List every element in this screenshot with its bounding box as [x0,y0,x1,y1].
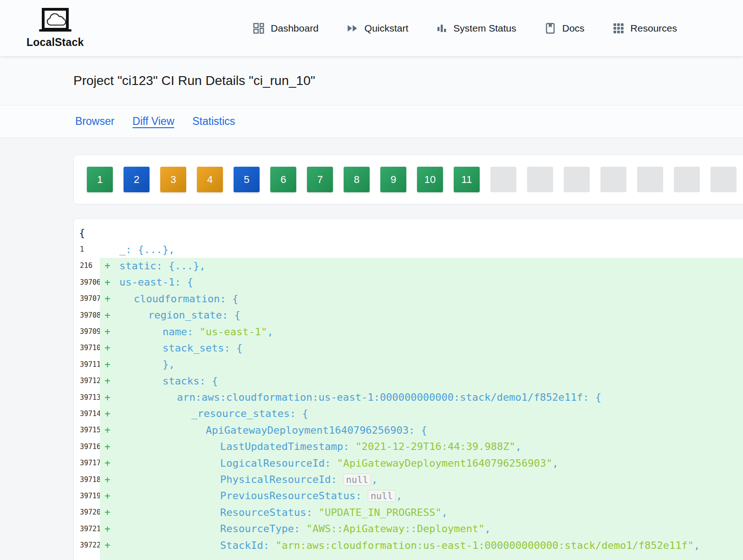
json-string: "UPDATE_IN_PROGRESS" [319,507,442,518]
json-key: ResourceStatus: [220,507,319,518]
json-key: us-east-1: { [119,276,193,288]
run-step-square[interactable]: 4 [197,167,223,192]
line-number: 1 [74,241,100,257]
root-brace: { [79,227,85,239]
diff-line: 39716+LastUpdatedTimestamp: "2021-12-29T… [74,438,743,455]
page-title: Project "ci123" CI Run Details "ci_run_1… [0,73,315,88]
tab-diff-view[interactable]: Diff View [132,115,174,128]
diff-line: 39718+PhysicalResourceId: null, [74,471,743,488]
diff-line: 39717+LogicalResourceId: "ApiGatewayDepl… [74,455,743,471]
json-key: stacks: { [163,375,218,387]
json-key: , [396,490,402,501]
diff-line: 39711+}, [74,356,743,372]
added-marker: + [104,260,111,271]
run-step-square[interactable]: 6 [270,167,296,192]
line-number: 39721 [74,521,100,537]
diff-line-content: +stack_sets: { [100,340,743,356]
run-step-placeholder [710,167,736,192]
tab-statistics[interactable]: Statistics [192,115,235,128]
null-badge: null [368,490,396,502]
json-key: _: {...}, [119,244,175,255]
run-step-placeholder [674,167,700,192]
added-marker: + [104,540,111,551]
run-step-placeholder [637,167,663,192]
json-string: "arn:aws:cloudformation:us-east-1:000000… [275,540,694,551]
tab-browser[interactable]: Browser [75,115,114,128]
line-number: 39720 [74,504,100,521]
dashboard-icon [253,22,265,34]
run-step-square[interactable]: 2 [124,167,150,192]
line-number: 39711 [74,356,100,372]
added-marker: + [104,342,111,353]
diff-line-content: +PreviousResourceStatus: null, [100,488,743,504]
diff-line-content: _: {...}, [100,241,743,257]
json-key: ApiGatewayDeployment1640796256903: { [206,424,427,436]
run-step-square[interactable]: 7 [307,167,333,192]
diff-line-content: +ResourceStatus: "UPDATE_IN_PROGRESS", [100,504,743,521]
run-steps-panel: 1234567891011 [73,155,743,204]
run-step-square[interactable]: 3 [160,167,186,192]
nav-item-docs[interactable]: Docs [544,22,585,34]
line-number: 39712 [74,373,100,389]
top-nav: LocalStack Dashboard Quickstart [0,0,743,56]
json-key: , [515,441,521,452]
diff-line: 1_: {...}, [74,241,743,257]
diff-line-content: +static: {...}, [100,258,743,274]
fast-forward-icon [346,22,358,34]
line-number: 39714 [74,405,100,422]
nav-item-dashboard[interactable]: Dashboard [253,22,319,34]
added-marker: + [104,424,111,436]
line-number: 39713 [74,389,100,405]
localstack-logo[interactable]: LocalStack [26,8,84,49]
run-step-square[interactable]: 11 [454,167,480,192]
line-number: 39706 [74,274,100,290]
line-number: 39715 [74,422,100,438]
json-key: _resource_states: { [191,408,308,419]
line-number: 216 [74,258,100,274]
added-marker: + [104,441,111,452]
diff-line: 216+static: {...}, [74,258,743,274]
diff-line: 39708+region_state: { [74,307,743,323]
run-step-placeholder [600,167,626,192]
diff-line: 39713+arn:aws:cloudformation:us-east-1:0… [74,389,743,405]
diff-line-content: +region_state: { [100,307,743,323]
run-step-square[interactable]: 1 [87,167,113,192]
json-key: name: [163,326,199,338]
added-marker: + [104,310,111,321]
nav-item-quickstart[interactable]: Quickstart [346,22,409,34]
added-marker: + [104,474,111,485]
run-step-placeholder [490,167,516,192]
bar-chart-icon [436,22,447,34]
diff-line-content: +cloudformation: { [100,291,743,307]
json-key: , [552,457,558,469]
json-key: stack_sets: { [163,342,242,354]
added-marker: + [104,523,111,534]
added-marker: + [104,277,111,288]
brand-name: LocalStack [26,36,84,49]
line-number: 39709 [74,323,100,339]
nav-item-label: Resources [631,23,677,34]
nav-item-system-status[interactable]: System Status [436,22,516,34]
diff-filler-line [74,553,743,560]
run-step-square[interactable]: 8 [344,167,370,192]
line-number: 39719 [74,488,100,504]
line-number: 39707 [74,291,100,307]
nav-item-resources[interactable]: Resources [613,22,677,34]
diff-line-content: +}, [100,356,743,372]
run-step-square[interactable]: 10 [417,167,443,192]
run-step-square[interactable]: 5 [234,167,260,192]
json-key: }, [163,358,175,370]
grid-icon [613,22,625,34]
run-step-square[interactable]: 9 [380,167,406,192]
json-string: "AWS::ApiGateway::Deployment" [306,523,484,534]
json-string: "us-east-1" [199,326,267,338]
added-marker: + [104,359,111,370]
diff-line-content: +StackId: "arn:aws:cloudformation:us-eas… [100,537,743,553]
diff-line: 39706+us-east-1: { [74,274,743,290]
json-key: PhysicalResourceId: [220,474,343,485]
diff-line-content: +_resource_states: { [100,405,743,422]
json-key: region_state: { [148,309,241,321]
null-badge: null [343,474,371,486]
json-key: cloudformation: { [134,293,238,305]
line-number: 39722 [74,537,100,553]
